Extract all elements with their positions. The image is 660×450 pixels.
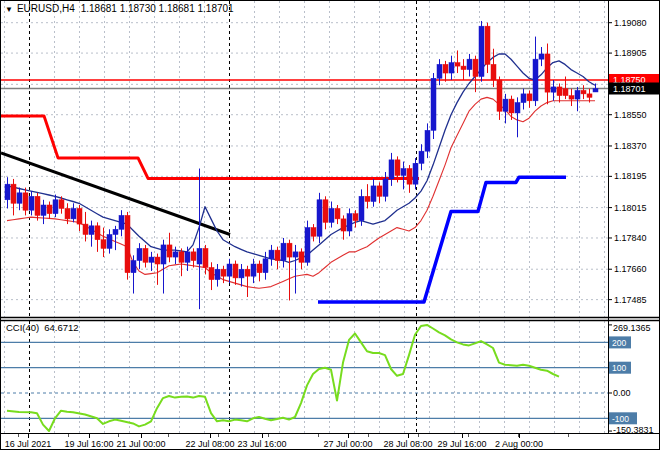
svg-text:1.18550: 1.18550 — [614, 110, 647, 120]
svg-text:19 Jul 16:00: 19 Jul 16:00 — [64, 439, 113, 449]
cci-level-badge: -100 — [609, 412, 637, 424]
svg-text:28 Jul 08:00: 28 Jul 08:00 — [383, 439, 432, 449]
cci-level-badge: 200 — [609, 336, 631, 348]
svg-text:1.17485: 1.17485 — [614, 295, 647, 305]
svg-text:2 Aug 00:00: 2 Aug 00:00 — [495, 439, 543, 449]
svg-text:269.1365: 269.1365 — [613, 323, 651, 333]
indicator-name: CCI(40) — [6, 322, 39, 333]
svg-text:1.18195: 1.18195 — [614, 171, 647, 181]
indicator-value: 64.6712 — [44, 322, 78, 333]
svg-text:100: 100 — [612, 363, 626, 373]
chart-canvas[interactable]: 1.190801.189051.185501.183701.181951.180… — [1, 1, 660, 450]
svg-text:29 Jul 16:00: 29 Jul 16:00 — [437, 439, 486, 449]
svg-text:1.18701: 1.18701 — [613, 84, 646, 94]
svg-text:23 Jul 16:00: 23 Jul 16:00 — [237, 439, 286, 449]
svg-text:1.17840: 1.17840 — [614, 233, 647, 243]
svg-text:200: 200 — [612, 338, 626, 348]
svg-text:1.18905: 1.18905 — [614, 48, 647, 58]
current-price-badge: 1.18701 — [609, 83, 660, 95]
symbol-dropdown-icon[interactable]: ▼ — [5, 5, 13, 14]
svg-text:-150.3831: -150.3831 — [613, 425, 654, 435]
svg-text:0.00: 0.00 — [613, 388, 631, 398]
svg-text:1.19080: 1.19080 — [614, 18, 647, 28]
chart-window: 1.190801.189051.185501.183701.181951.180… — [0, 0, 660, 450]
svg-text:-100: -100 — [612, 414, 629, 424]
svg-text:1.18015: 1.18015 — [614, 203, 647, 213]
svg-text:22 Jul 08:00: 22 Jul 08:00 — [185, 439, 234, 449]
chart-title: ▼EURUSD,H41.18681 1.18730 1.18681 1.1870… — [5, 3, 234, 16]
svg-text:16 Jul 2021: 16 Jul 2021 — [5, 439, 52, 449]
svg-text:27 Jul 00:00: 27 Jul 00:00 — [323, 439, 372, 449]
ohlc-values: 1.18681 1.18730 1.18681 1.18701 — [81, 3, 234, 14]
cci-level-badge: 100 — [609, 362, 631, 374]
indicator-label: CCI(40)64.6712 — [6, 322, 79, 334]
svg-text:1.17660: 1.17660 — [614, 264, 647, 274]
svg-text:21 Jul 00:00: 21 Jul 00:00 — [116, 439, 165, 449]
svg-text:1.18370: 1.18370 — [614, 141, 647, 151]
symbol-period-label: EURUSD,H4 — [17, 3, 75, 14]
